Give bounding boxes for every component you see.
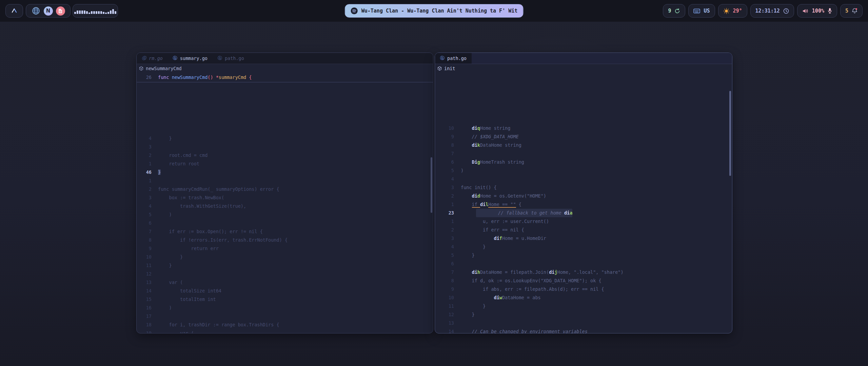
line-number: 4	[137, 134, 152, 143]
line-number: 6	[137, 219, 152, 227]
line-number: 17	[137, 312, 152, 321]
tab-label: rm.go	[149, 56, 163, 61]
line-number: 9	[435, 285, 454, 293]
line-text: if d, ok := os.LookupEnv("XDG_DATA_HOME"…	[461, 277, 601, 285]
code-line: 2 root.cmd = cmd	[137, 151, 433, 160]
line-number: 4	[435, 175, 454, 183]
code-line: 9 return err	[137, 244, 433, 253]
code-line: 3 difHome = u.HomeDir	[435, 234, 732, 243]
breadcrumb-label: newSummaryCmd	[146, 66, 182, 71]
tab-rm.go[interactable]: Ⓖrm.go	[137, 53, 168, 64]
sticky-context-line: 26func newSummaryCmd() *summaryCmd {	[137, 73, 433, 82]
line-text: didHome = os.Getenv("HOME")	[461, 192, 546, 200]
line-text: if abs, err := filepath.Abs(d); err == n…	[461, 285, 604, 293]
visualizer-bar	[98, 11, 100, 14]
audio-widget[interactable]: 100%	[797, 4, 837, 18]
volume-label: 100%	[812, 8, 824, 14]
speaker-icon	[802, 8, 809, 14]
code-line: 7 if err := box.Open(); err != nil {	[137, 227, 433, 236]
keyboard-layout-widget[interactable]: US	[688, 4, 715, 18]
line-text: totalItem int	[158, 295, 216, 304]
visualizer-bar	[107, 12, 109, 14]
notifications-widget[interactable]: 5	[840, 4, 863, 18]
line-text: dikDataHome string	[461, 141, 521, 149]
visualizer-bars	[74, 8, 116, 14]
taskbar: N	[26, 4, 71, 18]
visualizer-bar	[79, 11, 81, 14]
visualizer-bar	[74, 12, 76, 14]
line-text: }	[158, 261, 172, 270]
line-number: 5	[435, 166, 454, 175]
left-scrollbar-thumb[interactable]	[431, 157, 432, 213]
line-number: 23	[435, 209, 454, 217]
line-text: diqHome string	[461, 124, 510, 133]
status-group: 9 US	[663, 0, 863, 22]
code-line: 14 totalSize int64	[137, 287, 433, 295]
line-text: root.cmd = cmd	[158, 151, 208, 160]
code-line: 3func init() {	[435, 183, 732, 192]
visualizer-bar	[115, 11, 116, 14]
line-text: }	[461, 243, 486, 251]
updates-count: 9	[668, 8, 671, 14]
updates-widget[interactable]: 9	[663, 4, 685, 18]
tab-path.go[interactable]: Ⓖpath.go	[435, 53, 472, 64]
visualizer-bar	[112, 9, 114, 14]
visualizer-bar	[105, 13, 107, 14]
weather-widget[interactable]: 29°	[718, 4, 747, 18]
left-code-area[interactable]: 4 }32 root.cmd = cmd1 return root46}12fu…	[137, 134, 433, 333]
code-line: 6	[137, 219, 433, 227]
code-line: 16 )	[137, 304, 433, 312]
browser-app-icon[interactable]	[32, 6, 41, 16]
line-text: if dilHome == "" {	[461, 200, 521, 209]
code-line: 1 u, err := user.Current()	[435, 217, 732, 226]
tab-summary.go[interactable]: Ⓖsummary.go	[168, 53, 213, 64]
right-tabbar: Ⓖpath.go	[435, 53, 732, 64]
audio-visualizer[interactable]	[73, 4, 118, 18]
code-line: 13	[435, 319, 732, 327]
line-text: // $XDG_DATA_HOME	[461, 133, 519, 141]
line-text: box := trash.NewBox(	[158, 194, 224, 202]
editor-window-summary: Ⓖrm.goⒼsummary.goⒼpath.go newSummaryCmd …	[136, 53, 433, 333]
code-line: 5)	[435, 166, 732, 175]
line-text: if err == nil {	[461, 226, 524, 234]
line-number: 3	[435, 183, 454, 192]
code-line: 17	[137, 312, 433, 321]
line-text: difHome = u.HomeDir	[461, 234, 546, 243]
line-number: 7	[435, 268, 454, 277]
documents-app-icon[interactable]	[56, 6, 65, 16]
line-text: }	[158, 134, 172, 143]
now-playing-widget[interactable]: Wu-Tang Clan - Wu-Tang Clan Ain't Nuthin…	[345, 4, 524, 18]
visualizer-bar	[84, 11, 85, 14]
right-code-area[interactable]: 10 diqHome string9 // $XDG_DATA_HOME8 di…	[435, 124, 732, 333]
line-number: 6	[435, 260, 454, 268]
line-text: for i, trashDir := range box.TrashDirs {	[158, 321, 279, 329]
line-text: if err := box.Open(); err != nil {	[158, 227, 263, 236]
launcher-button[interactable]	[5, 4, 23, 18]
line-text: if !errors.Is(err, trash.ErrNotFound) {	[158, 236, 288, 244]
code-line: 4 }	[137, 134, 433, 143]
line-text: trash.WithGetSize(true),	[158, 202, 246, 210]
code-line: 4	[435, 175, 732, 183]
code-line: 2 didHome = os.Getenv("HOME")	[435, 192, 732, 200]
tab-path.go[interactable]: Ⓖpath.go	[213, 53, 249, 64]
line-text: }	[461, 310, 475, 319]
line-text: var (	[158, 278, 183, 287]
line-number: 1	[137, 160, 152, 168]
visualizer-bar	[86, 11, 88, 14]
code-line: 10 }	[137, 253, 433, 261]
neovim-app-icon[interactable]: N	[44, 6, 53, 16]
keyboard-icon	[693, 8, 700, 14]
line-number: 13	[435, 319, 454, 327]
clock-time: 12:31:12	[755, 8, 780, 14]
left-tabbar: Ⓖrm.goⒼsummary.goⒼpath.go	[137, 53, 433, 64]
right-scrollbar-thumb[interactable]	[729, 91, 731, 176]
code-line: 1	[137, 177, 433, 185]
code-line: 1 return root	[137, 160, 433, 168]
line-number: 16	[137, 304, 152, 312]
line-text: )	[461, 166, 463, 175]
code-line: 5 }	[435, 251, 732, 260]
line-number: 3	[435, 234, 454, 243]
code-line: 14 // Can be changed by environment vari…	[435, 327, 732, 333]
code-line: 9 // $XDG_DATA_HOME	[435, 133, 732, 141]
clock-widget[interactable]: 12:31:12	[750, 4, 794, 18]
